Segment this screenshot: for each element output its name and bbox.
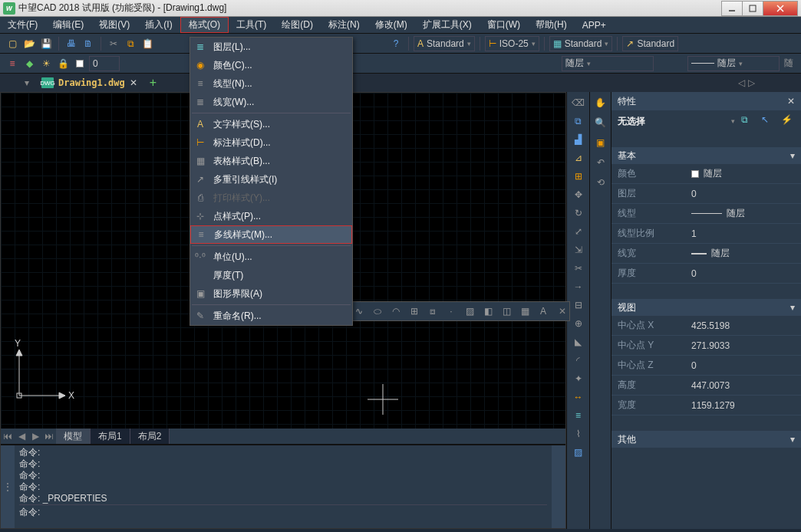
menu-tools[interactable]: 工具(T) bbox=[229, 17, 274, 33]
bylayer-combo-2[interactable]: 随层▾ bbox=[687, 56, 780, 71]
layer-state-icon[interactable]: ◆ bbox=[21, 56, 37, 71]
make-block-tool-icon[interactable]: ⧈ bbox=[425, 304, 440, 319]
menu-layer[interactable]: ≣图层(L)... bbox=[190, 38, 352, 56]
prop-ltscale[interactable]: 线型比例1 bbox=[611, 224, 801, 244]
props-section-basic[interactable]: 基本▾ bbox=[611, 147, 801, 164]
menu-modify[interactable]: 修改(M) bbox=[368, 17, 415, 33]
table-style-combo[interactable]: ▦Standard▾ bbox=[549, 36, 613, 51]
preview-icon[interactable]: 🗎 bbox=[81, 36, 96, 51]
ellipse-tool-icon[interactable]: ⬭ bbox=[370, 304, 385, 319]
tab-next-icon[interactable]: ▶ bbox=[28, 429, 42, 444]
menu-text-style[interactable]: A文字样式(S)... bbox=[190, 115, 352, 133]
paste-icon[interactable]: 📋 bbox=[140, 36, 155, 51]
doc-nav-right-icon[interactable]: ▷ bbox=[748, 77, 755, 88]
toolbar-close-icon[interactable]: ✕ bbox=[559, 306, 566, 317]
region-tool-icon[interactable]: ◫ bbox=[499, 304, 514, 319]
point-tool-icon[interactable]: · bbox=[443, 304, 459, 319]
join-icon[interactable]: ⊕ bbox=[571, 316, 586, 331]
table-tool-icon[interactable]: ▦ bbox=[517, 304, 532, 319]
menu-edit[interactable]: 编辑(E) bbox=[45, 17, 91, 33]
copy-obj-icon[interactable]: ⧉ bbox=[571, 113, 586, 129]
hatch-tool-icon[interactable]: ▨ bbox=[462, 304, 477, 319]
menu-file[interactable]: 文件(F) bbox=[0, 17, 45, 33]
layer-manager-icon[interactable]: ≡ bbox=[5, 56, 20, 71]
trim-icon[interactable]: ✂ bbox=[571, 261, 586, 276]
fillet-icon[interactable]: ◜ bbox=[571, 353, 586, 368]
menu-thickness[interactable]: 厚度(T) bbox=[190, 266, 352, 284]
menu-format[interactable]: 格式(O) bbox=[180, 17, 229, 33]
zoom-prev-icon[interactable]: ↶ bbox=[593, 155, 608, 170]
rotate-icon[interactable]: ↻ bbox=[571, 205, 586, 221]
menu-rename[interactable]: ✎重命名(R)... bbox=[190, 307, 352, 325]
menu-lineweight[interactable]: ≣线宽(W)... bbox=[190, 93, 352, 111]
prop-color[interactable]: 颜色随层 bbox=[611, 164, 801, 184]
menu-point-style[interactable]: ⊹点样式(P)... bbox=[190, 207, 352, 225]
pan-icon[interactable]: ✋ bbox=[593, 95, 608, 110]
explode-icon[interactable]: ✦ bbox=[571, 371, 586, 386]
minimize-button[interactable] bbox=[721, 1, 743, 16]
menu-mline-style[interactable]: ≡多线样式(M)... bbox=[190, 225, 352, 244]
open-icon[interactable]: 📂 bbox=[21, 36, 37, 51]
edit-pline-icon[interactable]: ⌇ bbox=[571, 426, 586, 442]
select-objects-icon[interactable]: ↖ bbox=[761, 114, 775, 128]
save-icon[interactable]: 💾 bbox=[38, 36, 54, 51]
prop-lineweight[interactable]: 线宽随层 bbox=[611, 244, 801, 264]
layer-freeze-icon[interactable]: ☀ bbox=[38, 56, 54, 71]
add-tab-icon[interactable]: + bbox=[150, 76, 157, 90]
menu-help[interactable]: 帮助(H) bbox=[528, 17, 575, 33]
prop-center-y[interactable]: 中心点 Y271.9033 bbox=[611, 336, 801, 356]
print-icon[interactable]: 🖶 bbox=[64, 36, 79, 51]
mirror-icon[interactable]: ▟ bbox=[571, 132, 586, 147]
help-icon[interactable]: ? bbox=[388, 36, 404, 51]
menu-table-style[interactable]: ▦表格样式(B)... bbox=[190, 152, 352, 170]
insert-block-tool-icon[interactable]: ⊞ bbox=[407, 304, 422, 319]
scale-icon[interactable]: ⤢ bbox=[571, 224, 586, 239]
extend-icon[interactable]: → bbox=[571, 279, 586, 294]
zoom-win-icon[interactable]: ▣ bbox=[593, 135, 608, 150]
erase-icon[interactable]: ⌫ bbox=[571, 95, 586, 110]
properties-header[interactable]: 特性 ✕ bbox=[611, 92, 801, 110]
menu-app[interactable]: APP+ bbox=[575, 17, 614, 33]
text-style-combo[interactable]: AStandard▾ bbox=[414, 36, 475, 51]
prop-width[interactable]: 宽度1159.1279 bbox=[611, 396, 801, 415]
tab-layout2[interactable]: 布局2 bbox=[130, 429, 170, 444]
offset-icon[interactable]: ⊿ bbox=[571, 150, 586, 166]
layer-lock-icon[interactable]: 🔒 bbox=[55, 56, 71, 71]
mleader-style-combo[interactable]: ↗Standard bbox=[622, 36, 678, 51]
lengthen-icon[interactable]: ↔ bbox=[571, 389, 586, 405]
command-grip-icon[interactable]: ⋮ bbox=[3, 481, 12, 492]
close-tab-icon[interactable]: ✕ bbox=[130, 77, 137, 88]
menu-linetype[interactable]: ≡线型(N)... bbox=[190, 74, 352, 93]
zoom-rt-icon[interactable]: 🔍 bbox=[593, 115, 608, 130]
tab-model[interactable]: 模型 bbox=[56, 429, 91, 444]
menu-insert[interactable]: 插入(I) bbox=[137, 17, 180, 33]
tab-last-icon[interactable]: ⏭ bbox=[42, 429, 56, 444]
break-icon[interactable]: ⊟ bbox=[571, 297, 586, 313]
menu-express[interactable]: 扩展工具(X) bbox=[415, 17, 480, 33]
menu-color[interactable]: ◉颜色(C)... bbox=[190, 56, 352, 74]
maximize-button[interactable] bbox=[742, 1, 763, 16]
cut-icon[interactable]: ✂ bbox=[106, 36, 121, 51]
tab-prev-icon[interactable]: ◀ bbox=[15, 429, 28, 444]
quick-select-icon[interactable]: ⧉ bbox=[741, 114, 755, 128]
menu-draw[interactable]: 绘图(D) bbox=[274, 17, 321, 33]
menu-view[interactable]: 视图(V) bbox=[91, 17, 137, 33]
doc-nav-left-icon[interactable]: ◁ bbox=[738, 77, 745, 88]
copy-icon[interactable]: ⧉ bbox=[123, 36, 138, 51]
menu-limits[interactable]: ▣图形界限(A) bbox=[190, 284, 352, 303]
menu-mleader-style[interactable]: ↗多重引线样式(I) bbox=[190, 170, 352, 189]
command-input[interactable]: 命令: bbox=[19, 504, 547, 518]
align-icon[interactable]: ≡ bbox=[571, 408, 586, 423]
tab-first-icon[interactable]: ⏮ bbox=[1, 429, 15, 444]
props-section-other[interactable]: 其他▾ bbox=[611, 431, 801, 448]
new-icon[interactable]: ▢ bbox=[5, 36, 20, 51]
doc-tab-menu-icon[interactable]: ▾ bbox=[25, 77, 29, 88]
ellipse-arc-tool-icon[interactable]: ◠ bbox=[388, 304, 404, 319]
properties-close-icon[interactable]: ✕ bbox=[787, 96, 795, 107]
layer-index-combo[interactable]: 0 bbox=[89, 56, 120, 71]
tab-layout1[interactable]: 布局1 bbox=[91, 429, 130, 444]
command-scrollbar[interactable] bbox=[552, 445, 565, 528]
gradient-tool-icon[interactable]: ◧ bbox=[480, 304, 496, 319]
prop-thickness[interactable]: 厚度0 bbox=[611, 264, 801, 284]
bylayer-combo-1[interactable]: 随层▾ bbox=[562, 56, 654, 71]
